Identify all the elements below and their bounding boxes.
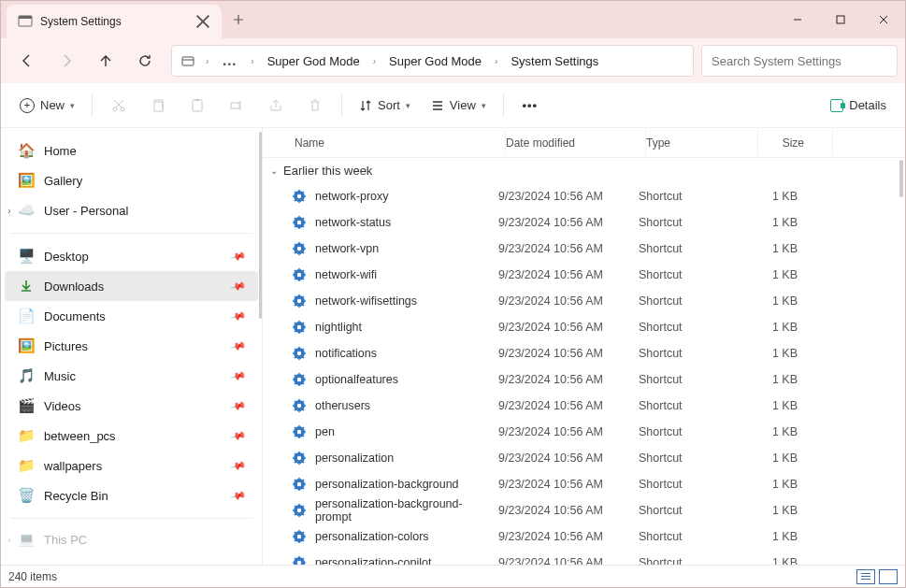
sidebar-item-downloads[interactable]: Downloads📌 [5,271,258,301]
sidebar-item-this-pc[interactable]: › 💻 This PC [5,524,258,554]
sort-button[interactable]: Sort ▾ [350,90,420,122]
more-button[interactable]: ••• [511,90,549,122]
file-type: Shortcut [639,242,751,255]
file-row[interactable]: otherusers9/23/2024 10:56 AMShortcut1 KB [263,393,905,419]
minimize-button[interactable] [776,1,819,38]
file-date: 9/23/2024 10:56 AM [498,425,639,438]
file-row[interactable]: personalization9/23/2024 10:56 AMShortcu… [263,445,905,471]
file-date: 9/23/2024 10:56 AM [498,399,639,412]
view-button[interactable]: View ▾ [422,90,496,122]
sidebar-item-pictures[interactable]: 🖼️Pictures📌 [5,331,258,361]
breadcrumb-segment[interactable]: Super God Mode [383,52,487,70]
column-header-date[interactable]: Date modified [506,131,646,155]
file-type: Shortcut [639,294,751,308]
svg-point-31 [297,456,301,460]
sidebar-item-recycle-bin[interactable]: 🗑️Recycle Bin📌 [5,480,258,510]
svg-point-37 [297,535,301,538]
search-box[interactable] [701,45,898,77]
item-count: 240 items [8,570,57,583]
file-size: 1 KB [751,190,826,203]
file-size: 1 KB [751,268,826,281]
search-input[interactable] [712,54,887,68]
sidebar-scrollbar[interactable] [259,132,262,319]
file-row[interactable]: personalization-background9/23/2024 10:5… [263,471,905,497]
close-window-button[interactable] [862,1,905,38]
column-header-size[interactable]: Size [758,131,833,155]
refresh-button[interactable] [126,44,164,78]
breadcrumb-overflow[interactable]: … [216,52,243,69]
chevron-right-icon[interactable]: › [369,56,380,66]
file-row[interactable]: personalization-background-prompt9/23/20… [263,497,905,523]
onedrive-icon: ☁️ [18,202,35,219]
sidebar-item-music[interactable]: 🎵Music📌 [5,361,258,391]
settings-shortcut-icon [291,319,308,336]
up-button[interactable] [87,44,124,78]
file-size: 1 KB [751,373,826,386]
sidebar-item-label: User - Personal [44,204,128,218]
details-pane-icon [830,99,843,112]
forward-button[interactable] [48,44,85,78]
delete-button[interactable] [296,90,334,122]
paste-button[interactable] [179,90,216,122]
file-row[interactable]: network-wifi9/23/2024 10:56 AMShortcut1 … [263,262,905,288]
rename-button[interactable] [218,90,255,122]
share-button[interactable] [257,90,295,122]
back-button[interactable] [8,44,46,78]
chevron-right-icon[interactable]: › [3,535,16,545]
chevron-right-icon[interactable]: › [202,56,212,66]
svg-point-13 [297,221,301,224]
address-bar[interactable]: › … › Super God Mode › Super God Mode › … [171,45,694,77]
chevron-right-icon[interactable]: › [491,56,501,66]
sidebar-item-gallery[interactable]: 🖼️Gallery [5,165,258,195]
cut-button[interactable] [100,90,137,122]
file-row[interactable]: optionalfeatures9/23/2024 10:56 AMShortc… [263,366,905,393]
column-header-name[interactable]: Name [291,131,506,155]
file-name: personalization-background-prompt [315,497,498,523]
file-row[interactable]: nightlight9/23/2024 10:56 AMShortcut1 KB [263,314,905,340]
file-row[interactable]: network-status9/23/2024 10:56 AMShortcut… [263,209,905,236]
file-row[interactable]: network-proxy9/23/2024 10:56 AMShortcut1… [263,183,905,209]
file-type: Shortcut [639,216,751,229]
pin-icon: 📌 [230,367,248,384]
details-view-toggle[interactable] [856,569,875,584]
command-bar: + New ▾ Sort ▾ View ▾ ••• Details [1,83,905,128]
breadcrumb-segment[interactable]: System Settings [505,52,604,70]
location-root-icon[interactable] [178,54,198,67]
sidebar-item-desktop[interactable]: 🖥️Desktop📌 [5,241,258,271]
group-header[interactable]: ⌄ Earlier this week [263,158,905,183]
chevron-right-icon[interactable]: › [247,56,257,66]
file-date: 9/23/2024 10:56 AM [498,268,639,281]
breadcrumb-segment[interactable]: Super God Mode [262,52,366,70]
pin-icon: 📌 [230,278,248,294]
details-pane-button[interactable]: Details [821,90,896,122]
sidebar-item-user-personal[interactable]: ›☁️User - Personal [5,195,258,225]
copy-button[interactable] [139,90,177,122]
sidebar-item-wallpapers[interactable]: 📁wallpapers📌 [5,451,258,480]
sidebar-item-between-pcs[interactable]: 📁between_pcs📌 [5,421,258,451]
active-tab[interactable]: System Settings [7,5,222,38]
new-button[interactable]: + New ▾ [10,90,84,122]
sort-icon [359,99,372,112]
sidebar-item-documents[interactable]: 📄Documents📌 [5,301,258,331]
file-row[interactable]: notifications9/23/2024 10:56 AMShortcut1… [263,340,905,366]
sidebar-item-home[interactable]: 🏠Home [5,136,258,165]
thumbnails-view-toggle[interactable] [879,569,898,584]
list-scrollbar[interactable] [899,160,903,197]
file-list-pane: Name Date modified Type Size ⌄ Earlier t… [263,128,905,565]
sidebar-item-videos[interactable]: 🎬Videos📌 [5,391,258,421]
file-size: 1 KB [751,321,826,334]
file-date: 9/23/2024 10:56 AM [498,321,639,334]
file-type: Shortcut [639,347,751,360]
column-header-type[interactable]: Type [646,131,758,155]
file-row[interactable]: pen9/23/2024 10:56 AMShortcut1 KB [263,419,905,445]
chevron-right-icon[interactable]: › [3,206,16,216]
file-row[interactable]: network-vpn9/23/2024 10:56 AMShortcut1 K… [263,236,905,262]
maximize-button[interactable] [819,1,862,38]
file-row[interactable]: personalization-copilot9/23/2024 10:56 A… [263,550,905,565]
tab-close-button[interactable] [195,14,210,29]
new-tab-button[interactable] [222,1,255,38]
file-row[interactable]: personalization-colors9/23/2024 10:56 AM… [263,523,905,550]
settings-shortcut-icon [291,293,308,309]
file-row[interactable]: network-wifisettings9/23/2024 10:56 AMSh… [263,288,905,314]
pin-icon: 📌 [230,248,248,265]
